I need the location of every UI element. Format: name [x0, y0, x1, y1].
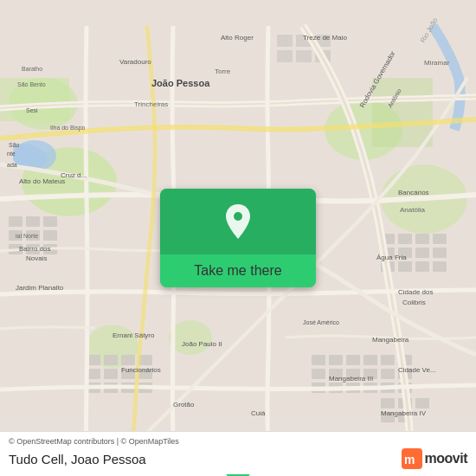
svg-rect-17 [26, 216, 40, 227]
svg-rect-18 [43, 216, 57, 227]
svg-text:Treze de Maio: Treze de Maio [303, 34, 347, 42]
svg-text:Anatólia: Anatólia [400, 206, 425, 214]
svg-text:São: São [9, 142, 20, 148]
svg-rect-26 [398, 234, 412, 244]
svg-text:Ernani Sátyro: Ernani Sátyro [113, 331, 155, 339]
svg-text:Mangabeira IV: Mangabeira IV [381, 409, 427, 417]
svg-rect-32 [433, 248, 447, 258]
svg-text:Bancários: Bancários [398, 189, 429, 196]
svg-rect-67 [381, 398, 395, 408]
svg-rect-13 [277, 50, 293, 62]
svg-text:Cidade Ve...: Cidade Ve... [398, 366, 436, 374]
map-attribution: © OpenStreetMap contributors | © OpenMap… [9, 437, 467, 446]
svg-text:Sesi: Sesi [26, 107, 38, 113]
svg-text:Alto Roger: Alto Roger [221, 34, 254, 42]
svg-rect-50 [329, 355, 343, 365]
svg-rect-10 [277, 35, 293, 47]
map-container: João Pessoa Torre Trincheiras Rodovia Go… [0, 0, 476, 476]
info-bar: © OpenStreetMap contributors | © OpenMap… [0, 431, 476, 476]
svg-rect-53 [312, 369, 325, 379]
svg-rect-61 [381, 355, 395, 365]
svg-rect-51 [346, 355, 360, 365]
place-name: Tudo Cell, Joao Pessoa [9, 452, 146, 466]
moovit-logo: m moovit [402, 448, 467, 469]
svg-text:Colibris: Colibris [402, 299, 426, 306]
svg-rect-28 [433, 234, 447, 244]
svg-text:Baralho: Baralho [22, 66, 42, 72]
svg-rect-16 [9, 216, 23, 227]
place-info: Tudo Cell, Joao Pessoa m moovit [9, 448, 467, 469]
svg-text:Cuiá: Cuiá [251, 409, 266, 417]
svg-text:Alto do Mateus: Alto do Mateus [19, 177, 65, 185]
svg-rect-49 [312, 355, 325, 365]
svg-text:Ilha do Bispo: Ilha do Bispo [50, 125, 86, 132]
svg-text:Varadouro: Varadouro [119, 58, 151, 66]
take-me-there-button[interactable]: Take me there [160, 189, 316, 287]
svg-text:Água Fria: Água Fria [376, 254, 407, 261]
svg-rect-42 [104, 369, 118, 379]
svg-text:Jardim Planalto: Jardim Planalto [16, 284, 64, 292]
svg-rect-39 [121, 355, 135, 365]
svg-text:Cidade dos: Cidade dos [398, 288, 433, 296]
svg-text:Cruz d...: Cruz d... [61, 171, 87, 179]
svg-rect-21 [43, 230, 57, 241]
svg-text:Mangabeira III: Mangabeira III [329, 375, 373, 383]
svg-text:Torre: Torre [215, 68, 231, 75]
svg-text:João Pessoa: João Pessoa [151, 78, 210, 88]
svg-text:João Paulo II: João Paulo II [182, 340, 222, 348]
svg-text:Trincheiras: Trincheiras [134, 100, 168, 108]
location-pin-icon [222, 204, 254, 242]
svg-text:Novais: Novais [26, 254, 47, 262]
svg-point-112 [234, 212, 242, 221]
svg-text:m: m [404, 453, 415, 466]
svg-rect-14 [296, 50, 312, 62]
svg-text:São Bento: São Bento [17, 81, 46, 87]
svg-text:Grotão: Grotão [173, 401, 195, 408]
svg-text:nte: nte [7, 151, 16, 157]
svg-text:Funcionários: Funcionários [121, 366, 161, 374]
svg-rect-34 [398, 261, 412, 272]
button-label: Take me there [160, 254, 316, 287]
moovit-icon: m [402, 448, 422, 469]
svg-rect-36 [433, 261, 447, 272]
svg-rect-7 [372, 78, 433, 147]
svg-text:Bairro dos: Bairro dos [19, 245, 50, 253]
svg-rect-27 [415, 234, 429, 244]
svg-rect-31 [415, 248, 429, 258]
svg-text:Mangabeira: Mangabeira [372, 336, 409, 344]
svg-text:Miramar: Miramar [424, 59, 450, 67]
svg-rect-69 [415, 398, 429, 408]
svg-rect-38 [104, 355, 118, 365]
svg-text:José Américo: José Américo [303, 319, 339, 325]
svg-rect-52 [363, 355, 377, 365]
svg-text:ada: ada [7, 162, 17, 168]
svg-text:ial Norte: ial Norte [16, 233, 38, 239]
moovit-brand-text: moovit [425, 451, 467, 466]
svg-rect-63 [381, 369, 395, 379]
svg-rect-35 [415, 261, 429, 272]
button-icon-area [160, 189, 316, 254]
